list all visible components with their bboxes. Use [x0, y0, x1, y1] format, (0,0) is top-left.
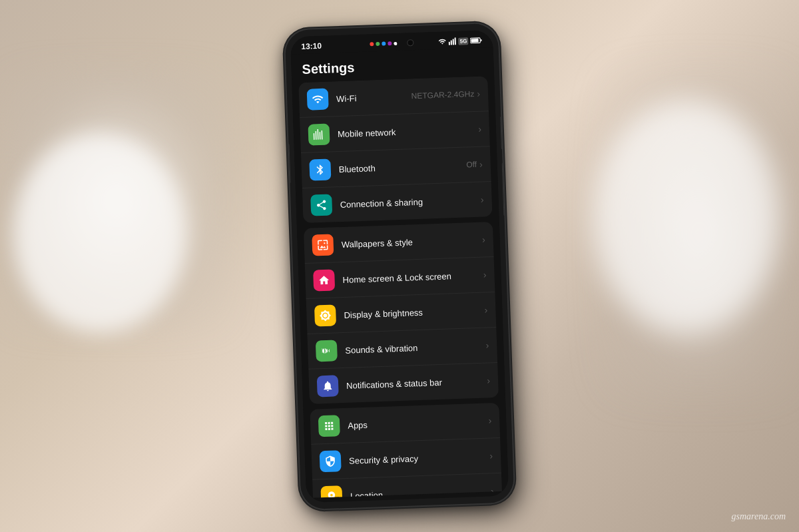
display-brightness-icon: [319, 309, 332, 322]
bluetooth-label: Bluetooth: [339, 159, 467, 174]
wifi-value: NETGAR-2.4GHz: [411, 89, 474, 100]
sounds-vibration-label: Sounds & vibration: [345, 340, 486, 355]
bluetooth-icon: [314, 163, 327, 176]
notifications-text: Notifications & status bar: [346, 376, 487, 390]
location-icon-bg: [320, 485, 342, 498]
wallpapers-item[interactable]: Wallpapers & style ›: [304, 222, 494, 264]
location-label: Location: [350, 485, 491, 497]
watermark: gsmarena.com: [731, 511, 786, 522]
notifications-item[interactable]: Notifications & status bar ›: [308, 362, 499, 403]
svg-rect-2: [453, 39, 454, 45]
sounds-vibration-item[interactable]: Sounds & vibration ›: [307, 327, 497, 369]
sounds-vibration-icon-bg: [316, 340, 338, 362]
signal-icon: [448, 37, 456, 45]
bluetooth-icon-bg: [309, 158, 331, 180]
home-screen-icon-bg: [313, 269, 335, 291]
notifications-chevron: ›: [487, 375, 490, 386]
connection-sharing-label: Connection & sharing: [340, 194, 481, 209]
mobile-network-label: Mobile network: [338, 124, 479, 138]
wallpapers-label: Wallpapers & style: [342, 234, 483, 249]
apps-chevron: ›: [488, 415, 491, 425]
5g-badge: 5G: [458, 37, 468, 45]
notif-dot-red: [370, 42, 374, 46]
notifications-label: Notifications & status bar: [346, 376, 487, 390]
notifications-icon-bg: [317, 375, 339, 397]
wifi-label: Wi-Fi: [336, 91, 411, 103]
sounds-vibration-text: Sounds & vibration: [345, 340, 486, 355]
bg-table-left: [13, 133, 186, 333]
volume-button: [502, 162, 507, 216]
apps-icon: [323, 419, 336, 432]
notif-dot-purple: [388, 41, 392, 45]
apps-text: Apps: [348, 415, 489, 429]
scene: 13:10: [0, 0, 799, 532]
settings-scroll: Wi-Fi NETGAR-2.4GHz ›: [292, 75, 509, 497]
svg-rect-6: [481, 39, 482, 41]
sounds-vibration-icon: [320, 344, 333, 357]
volume-left-button: [286, 143, 290, 183]
display-brightness-chevron: ›: [484, 304, 487, 315]
apps-label: Apps: [348, 415, 489, 429]
security-label: Security & privacy: [349, 450, 490, 465]
sounds-vibration-chevron: ›: [485, 340, 489, 350]
mobile-network-item[interactable]: Mobile network ›: [300, 111, 490, 153]
location-text: Location: [350, 485, 491, 497]
connectivity-group: Wi-Fi NETGAR-2.4GHz ›: [298, 76, 492, 223]
connection-sharing-item[interactable]: Connection & sharing ›: [302, 182, 493, 223]
wallpapers-text: Wallpapers & style: [342, 234, 483, 249]
apps-security-group: Apps ›: [310, 402, 503, 497]
bg-table-right: [593, 100, 779, 333]
wifi-item[interactable]: Wi-Fi NETGAR-2.4GHz ›: [298, 76, 489, 118]
security-item[interactable]: Security & privacy ›: [311, 437, 501, 479]
status-time: 13:10: [301, 41, 322, 51]
personalization-group: Wallpapers & style ›: [304, 222, 499, 404]
apps-item[interactable]: Apps ›: [310, 402, 500, 444]
connection-sharing-chevron: ›: [481, 194, 484, 204]
power-button: [500, 116, 504, 149]
display-brightness-text: Display & brightness: [344, 305, 485, 320]
apps-icon-bg: [318, 415, 340, 437]
security-chevron: ›: [489, 450, 493, 461]
phone-wrapper: 13:10: [285, 23, 515, 509]
home-screen-text: Home screen & Lock screen: [342, 270, 483, 284]
svg-rect-0: [449, 41, 450, 45]
phone-screen: 13:10: [290, 29, 509, 502]
notifications-icon: [322, 380, 334, 392]
display-brightness-label: Display & brightness: [344, 305, 485, 320]
wifi-text: Wi-Fi: [336, 91, 411, 103]
home-screen-item[interactable]: Home screen & Lock screen ›: [305, 257, 495, 299]
display-brightness-item[interactable]: Display & brightness ›: [306, 292, 497, 334]
home-screen-icon: [318, 274, 330, 286]
security-icon: [324, 455, 337, 467]
location-chevron: ›: [491, 485, 494, 496]
security-icon-bg: [320, 450, 342, 472]
notif-dot-blue: [382, 41, 386, 45]
connection-sharing-icon-bg: [310, 194, 332, 216]
connection-sharing-icon: [315, 198, 328, 211]
wallpapers-icon-bg: [312, 234, 334, 256]
mobile-network-text: Mobile network: [338, 124, 479, 138]
wifi-status-icon: [438, 37, 446, 45]
svg-rect-3: [455, 37, 456, 45]
mobile-network-icon: [313, 128, 326, 140]
mobile-network-icon-bg: [308, 123, 330, 145]
settings-content: Settings: [291, 47, 509, 498]
status-icons: 5G: [438, 36, 482, 45]
location-icon: [326, 490, 338, 498]
status-center: [370, 37, 413, 50]
home-screen-label: Home screen & Lock screen: [342, 270, 483, 284]
bluetooth-text: Bluetooth: [339, 159, 467, 174]
security-text: Security & privacy: [349, 450, 490, 465]
phone-body: 13:10: [285, 23, 515, 509]
svg-rect-1: [451, 40, 452, 45]
mobile-network-chevron: ›: [478, 123, 481, 134]
display-brightness-icon-bg: [314, 304, 336, 326]
connection-sharing-text: Connection & sharing: [340, 194, 481, 209]
notif-dot-white: [394, 41, 397, 45]
wallpapers-icon: [317, 238, 330, 251]
wifi-chevron: ›: [477, 88, 480, 99]
bluetooth-item[interactable]: Bluetooth Off ›: [301, 146, 491, 188]
wallpapers-chevron: ›: [482, 234, 485, 244]
wifi-icon: [312, 93, 324, 105]
notif-dot-green: [376, 41, 380, 45]
